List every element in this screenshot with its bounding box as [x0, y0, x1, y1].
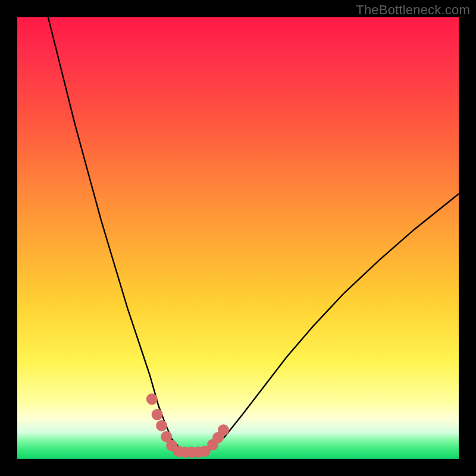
highlight-dot — [156, 420, 167, 431]
chart-frame: TheBottleneck.com — [0, 0, 476, 476]
highlight-dot — [218, 424, 229, 436]
highlight-dots-right — [207, 424, 229, 450]
highlight-dot — [152, 409, 163, 420]
highlight-dot — [146, 393, 158, 405]
chart-svg — [17, 17, 459, 459]
highlight-dots-bottom — [173, 446, 211, 458]
plot-area — [17, 17, 459, 459]
highlight-dots-left — [146, 393, 177, 451]
bottleneck-curve — [48, 17, 459, 452]
watermark-text: TheBottleneck.com — [356, 2, 470, 18]
